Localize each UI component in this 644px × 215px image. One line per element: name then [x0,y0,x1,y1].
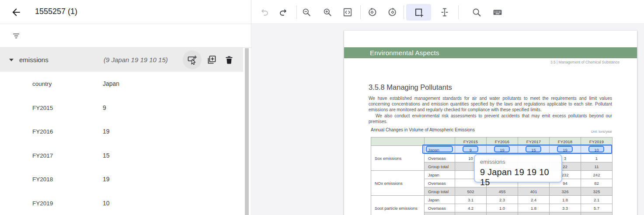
label-group-name: emissions [19,56,49,63]
table-header-empty [371,137,425,146]
label-field-row-FY2015[interactable]: FY20159 [0,96,243,120]
rotate-right-icon[interactable] [385,5,400,20]
table-cell: 401 [518,187,550,196]
sidebar-header: 1555257 (1) [0,0,251,24]
table-cell: 502 [455,187,487,196]
search-icon[interactable] [469,5,484,20]
field-label: FY2016 [32,128,53,135]
table-cell: 3.1 [455,196,487,204]
paragraph: We also conduct environmental risk asses… [369,113,612,124]
field-value: 10 [103,200,110,207]
caret-down-icon[interactable] [9,59,14,61]
table-cell: 3.3 [550,204,581,212]
field-value: 15 [103,152,110,159]
row-sublabel: Group total [425,162,455,171]
zoom-out-icon[interactable] [299,5,314,20]
table-cell: 2.3 [487,196,518,204]
back-arrow-icon[interactable] [10,7,22,18]
table-cell: 1.8 [550,196,581,204]
annotation-box-15[interactable] [526,146,541,152]
table-cell: 82 [581,179,613,187]
annotation-box-19[interactable] [557,146,573,152]
label-field-row-FY2016[interactable]: FY201619 [0,120,243,144]
annotation-tooltip: emissions 9 Japan 19 19 10 15 [474,154,562,183]
field-value: 19 [103,176,110,183]
filter-icon [12,32,20,40]
annotation-tool-window: 1555257 (1) Filter Show empty labels emi… [0,0,644,215]
table-row-Soot-Japan: Soot particle emissionsJapan3.12.32.41.8… [371,196,613,204]
annotation-box-Japan[interactable] [426,146,453,152]
field-label: FY2018 [32,176,53,183]
row-sublabel: Japan [425,196,455,204]
undo-icon[interactable] [257,5,272,20]
field-value: 19 [103,128,110,135]
annotation-box-10[interactable] [588,146,604,152]
redo-icon[interactable] [276,5,291,20]
toolbar-separator [296,5,297,19]
fit-code-icon[interactable] [340,5,355,20]
zoom-in-icon[interactable] [320,5,335,20]
text-select-icon[interactable] [437,5,452,20]
label-field-row-country[interactable]: countryJapan [0,72,243,96]
label-group-summary: (9 Japan 19 19 10 15) [104,56,168,63]
row-sublabel: Overseas [425,179,455,187]
add-bounding-box-icon[interactable] [411,5,426,20]
paragraph: We have established management standards… [369,95,612,113]
table-cell: 455 [487,187,518,196]
filter-bar: Filter Show empty labels [0,24,251,48]
document-canvas[interactable]: Environmental Aspects 3.5 | Management o… [252,25,644,215]
table-cell: 242 [581,171,613,179]
table-cell [518,212,550,215]
table-cell: 2.4 [518,196,550,204]
field-label: FY2017 [32,152,53,159]
field-label: FY2015 [32,104,53,111]
label-field-list: countryJapanFY20159FY201619FY201715FY201… [0,72,243,215]
rotate-left-icon[interactable] [365,5,379,20]
annotation-box-9[interactable] [463,146,478,152]
table-cell: 325 [581,187,613,196]
table-cell: 11 [581,162,613,171]
field-label: FY2019 [32,200,53,206]
table-cell [550,212,581,215]
viewer-toolbar [251,0,644,24]
banner-title: Environmental Aspects [370,49,439,56]
row-group-label: Soot particle emissions [371,196,425,215]
label-field-row-FY2017[interactable]: FY201715 [0,144,243,168]
table-cell [455,212,487,215]
document-heading: 3.5.8 Managing Pollutants [369,83,452,92]
annotation-box-19[interactable] [494,146,510,152]
label-field-row-FY2018[interactable]: FY201819 [0,167,243,191]
table-unit-label: Unit: tons/year [371,130,612,134]
field-value: Japan [103,80,119,87]
field-value: 9 [103,104,106,111]
document-paragraphs: We have established management standards… [369,95,612,124]
row-sublabel: Group total [425,212,455,215]
document-page: Environmental Aspects 3.5 | Management o… [344,31,637,215]
toolbar-separator [458,5,459,19]
tooltip-label: emissions [480,159,556,165]
keyboard-icon[interactable] [490,5,505,20]
row-sublabel: Japan [425,171,455,179]
document-id-title: 1555257 (1) [35,7,77,16]
row-sublabel: Overseas [425,204,455,212]
table-cell [581,212,613,215]
table-cell: 4.2 [455,204,487,212]
toolbar-separator [404,5,404,19]
toolbar-separator [360,5,361,19]
delete-icon[interactable] [224,55,234,65]
label-group-row-emissions[interactable]: emissions (9 Japan 19 19 10 15) [0,48,243,72]
row-sublabel: Group total [425,187,455,196]
table-cell: 2.1 [581,196,613,204]
label-field-row-FY2019[interactable]: FY201910 [0,191,243,215]
table-cell [487,212,518,215]
duplicate-icon[interactable] [206,55,217,65]
sidebar-scrollbar[interactable] [245,48,249,215]
section-reference: 3.5 | Management of Chemical Substance [550,60,620,64]
table-cell: 1.8 [518,204,550,212]
apply-annotation-icon[interactable] [187,55,198,65]
table-cell: 1.0 [487,204,518,212]
table-cell: 326 [550,187,581,196]
row-group-label: Sox emissions [371,146,425,171]
document-banner: Environmental Aspects [344,47,637,58]
row-sublabel: Overseas [425,154,455,162]
